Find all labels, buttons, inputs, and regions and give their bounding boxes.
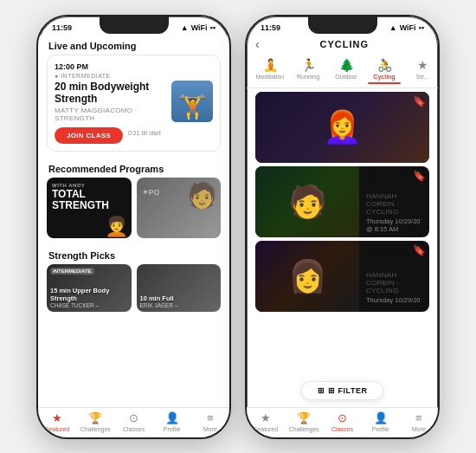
cycling-icon: 🚴 bbox=[377, 58, 392, 72]
cat-running[interactable]: 🏃 Running bbox=[292, 58, 325, 84]
pick-label-2: 10 min Full bbox=[140, 294, 178, 302]
class-instructor-2: HANNAH CORBIN · CYCLING bbox=[366, 192, 422, 216]
challenges-label-1: Challenges bbox=[80, 426, 111, 432]
pick-tag-1: INTERMEDIATE bbox=[50, 268, 94, 275]
more-icon-1: ≡ bbox=[207, 411, 214, 424]
join-class-button[interactable]: JOIN CLASS bbox=[55, 127, 123, 144]
profile-label-2: Profile bbox=[372, 426, 389, 432]
signal-icon-1: ▲ bbox=[181, 23, 189, 32]
prog-bg-2: 🧑 ✦PO bbox=[137, 178, 222, 238]
bottom-nav-2: ★ Featured 🏆 Challenges ⊙ Classes 👤 Prof… bbox=[247, 407, 438, 437]
more-label-1: More bbox=[203, 426, 217, 432]
nav-featured-1[interactable]: ★ Featured bbox=[38, 411, 76, 432]
running-icon: 🏃 bbox=[301, 58, 316, 72]
join-time: 0:21 bbox=[128, 130, 140, 136]
meditation-icon: 🧘 bbox=[263, 58, 278, 72]
class-thumb-2: 🧑 bbox=[255, 166, 359, 237]
classes-label-2: Classes bbox=[331, 426, 353, 432]
bookmark-icon-3[interactable]: 🔖 bbox=[413, 244, 426, 256]
cat-outdoor[interactable]: 🌲 Outdoor bbox=[330, 58, 363, 84]
live-class-card[interactable]: 12:00 PM ● INTERMEDIATE 20 min Bodyweigh… bbox=[47, 55, 221, 152]
profile-icon-1: 👤 bbox=[165, 411, 179, 424]
bookmark-icon-1[interactable]: 🔖 bbox=[413, 95, 426, 107]
picks-row: INTERMEDIATE 15 min Upper Body Strength … bbox=[38, 264, 229, 312]
prog-person-1: 🧑‍🦱 bbox=[105, 216, 128, 238]
live-info: 20 min Bodyweight Strength MATTY MAGGIAC… bbox=[55, 81, 166, 145]
filter-button[interactable]: ⊞ ⊞ FILTER bbox=[301, 381, 384, 400]
pick-info-1: INTERMEDIATE 15 min Upper Body Strength … bbox=[50, 287, 128, 308]
nav-featured-2[interactable]: ★ Featured bbox=[247, 411, 285, 432]
cat-meditation[interactable]: 🧘 Meditation bbox=[254, 58, 286, 84]
instructor-silhouette bbox=[171, 81, 213, 122]
class-instructor-3: HANNAH CORBIN · CYCLING bbox=[366, 271, 422, 294]
battery-icon-2: ▪▪ bbox=[419, 23, 424, 32]
nav-profile-1[interactable]: 👤 Profile bbox=[153, 411, 191, 432]
status-time-1: 11:59 bbox=[52, 23, 72, 32]
section3-title: Strength Picks bbox=[38, 245, 229, 264]
bottom-nav-1: ★ Featured 🏆 Challenges ⊙ Classes 👤 Prof… bbox=[38, 407, 229, 437]
nav-profile-2[interactable]: 👤 Profile bbox=[362, 411, 400, 432]
join-row: JOIN CLASS 0:21 till start bbox=[55, 122, 166, 144]
challenges-icon-1: 🏆 bbox=[88, 411, 102, 424]
pick-label-1: 15 min Upper Body Strength bbox=[50, 287, 128, 302]
instructor-figure-2: 🧑 bbox=[288, 184, 327, 220]
phone2-page-title: CYCLING bbox=[260, 39, 429, 49]
live-time: 12:00 PM bbox=[55, 62, 213, 71]
section1-title: Live and Upcoming bbox=[38, 36, 229, 55]
classes-label-1: Classes bbox=[123, 426, 145, 432]
challenges-icon-2: 🏆 bbox=[297, 411, 311, 424]
instructor-figure-1: 👩‍🦰 bbox=[323, 109, 362, 146]
phone-1: 11:59 ▲ WiFi ▪▪ Live and Upcoming 12:00 … bbox=[36, 15, 231, 439]
live-card-inner: 20 min Bodyweight Strength MATTY MAGGIAC… bbox=[55, 81, 213, 145]
status-time-2: 11:59 bbox=[261, 23, 280, 32]
join-meta: 0:21 till start bbox=[128, 130, 161, 136]
challenges-label-2: Challenges bbox=[289, 426, 319, 432]
more-icon-2: ≡ bbox=[415, 411, 422, 424]
class-thumb-3: 👩 bbox=[255, 241, 359, 312]
nav-classes-2[interactable]: ⊙ Classes bbox=[323, 411, 361, 432]
class-card-3[interactable]: 👩 30 min Low Impact Ride HANNAH CORBIN ·… bbox=[255, 241, 429, 312]
phone1-main: Live and Upcoming 12:00 PM ● INTERMEDIAT… bbox=[38, 36, 229, 407]
featured-icon-1: ★ bbox=[52, 411, 62, 424]
wifi-icon-1: WiFi bbox=[191, 23, 208, 32]
pick-card-1[interactable]: INTERMEDIATE 15 min Upper Body Strength … bbox=[47, 264, 132, 312]
nav-challenges-2[interactable]: 🏆 Challenges bbox=[285, 411, 323, 432]
cycling-label: Cycling bbox=[373, 74, 395, 80]
featured-label-1: Featured bbox=[45, 426, 69, 432]
category-tabs: 🧘 Meditation 🏃 Running 🌲 Outdoor 🚴 Cycli… bbox=[247, 55, 438, 88]
nav-more-2[interactable]: ≡ More bbox=[400, 411, 438, 432]
signal-icon-2: ▲ bbox=[389, 23, 397, 32]
nav-more-1[interactable]: ≡ More bbox=[191, 411, 229, 432]
featured-icon-2: ★ bbox=[261, 411, 271, 424]
phone-notch-2 bbox=[308, 16, 377, 34]
prog-info-1: WITH ANDY TOTALSTRENGTH bbox=[52, 183, 109, 211]
program-card-2[interactable]: 🧑 ✦PO PROGRAM Meditation bbox=[137, 178, 222, 238]
cat-str[interactable]: ★ Str... bbox=[406, 58, 438, 84]
pick-info-2: 10 min Full ERIK JAGER – bbox=[140, 294, 178, 308]
phone2-header: ‹ CYCLING bbox=[247, 36, 438, 55]
pick-bg-1: INTERMEDIATE 15 min Upper Body Strength … bbox=[47, 264, 132, 312]
class-time-3: Thursday 10/29/20 bbox=[366, 296, 422, 304]
join-label: till start bbox=[142, 130, 161, 136]
bookmark-icon-2[interactable]: 🔖 bbox=[413, 170, 426, 182]
class-card-1[interactable]: 👩‍🦰 5 min Warm Up Ride JESS KING · CYCLI… bbox=[255, 92, 429, 163]
status-icons-1: ▲ WiFi ▪▪ bbox=[181, 23, 215, 32]
outdoor-icon: 🌲 bbox=[339, 58, 354, 72]
prog-text-2: ✦PO bbox=[142, 183, 160, 198]
class-card-2[interactable]: 🧑 15 min 2010s Ride HANNAH CORBIN · CYCL… bbox=[255, 166, 429, 237]
nav-classes-1[interactable]: ⊙ Classes bbox=[114, 411, 152, 432]
pick-card-2[interactable]: 10 min Full ERIK JAGER – bbox=[137, 264, 222, 312]
pick-bg-2: 10 min Full ERIK JAGER – bbox=[137, 264, 222, 312]
live-class-title: 20 min Bodyweight Strength bbox=[55, 81, 166, 106]
nav-challenges-1[interactable]: 🏆 Challenges bbox=[76, 411, 114, 432]
cat-cycling[interactable]: 🚴 Cycling bbox=[368, 58, 401, 84]
pick-instructor-1: CHASE TUCKER – bbox=[50, 302, 128, 308]
class-time-2: Thursday 10/29/20 @ 8:15 AM bbox=[366, 217, 422, 233]
profile-icon-2: 👤 bbox=[374, 411, 388, 424]
prog-title-1: TOTALSTRENGTH bbox=[52, 189, 109, 211]
classes-icon-2: ⊙ bbox=[338, 411, 347, 424]
program-card-1[interactable]: WITH ANDY TOTALSTRENGTH 🧑‍🦱 PROGRAM · 4 … bbox=[47, 178, 132, 238]
phone-notch-1 bbox=[100, 16, 169, 34]
thumb-figure-1: 👩‍🦰 bbox=[255, 92, 429, 163]
prog-person-2: 🧑 bbox=[187, 181, 217, 210]
